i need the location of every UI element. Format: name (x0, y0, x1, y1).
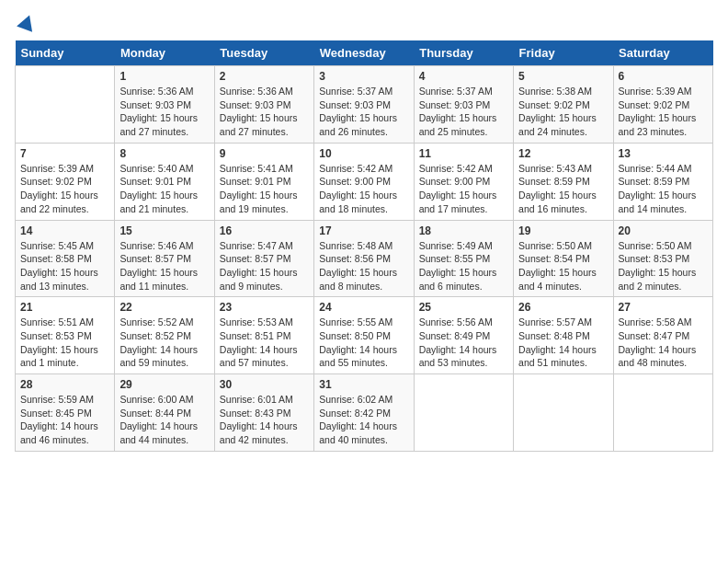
day-number: 20 (619, 224, 708, 237)
calendar-cell: 19Sunrise: 5:50 AM Sunset: 8:54 PM Dayli… (514, 220, 613, 297)
calendar-cell: 13Sunrise: 5:44 AM Sunset: 8:59 PM Dayli… (613, 143, 712, 220)
day-number: 6 (619, 70, 708, 83)
day-info: Sunrise: 5:38 AM Sunset: 9:02 PM Dayligh… (518, 85, 608, 139)
day-info: Sunrise: 6:02 AM Sunset: 8:42 PM Dayligh… (319, 393, 408, 447)
day-header-sunday: Sunday (16, 40, 115, 66)
calendar-cell: 29Sunrise: 6:00 AM Sunset: 8:44 PM Dayli… (115, 374, 214, 452)
day-number: 29 (119, 378, 209, 391)
day-number: 26 (518, 301, 608, 314)
calendar-cell: 3Sunrise: 5:37 AM Sunset: 9:03 PM Daylig… (314, 66, 414, 144)
day-number: 9 (220, 147, 309, 160)
day-info: Sunrise: 5:52 AM Sunset: 8:52 PM Dayligh… (119, 316, 209, 370)
week-row-3: 14Sunrise: 5:45 AM Sunset: 8:58 PM Dayli… (16, 220, 713, 297)
calendar-cell: 15Sunrise: 5:46 AM Sunset: 8:57 PM Dayli… (115, 220, 214, 297)
day-header-tuesday: Tuesday (214, 40, 313, 66)
day-info: Sunrise: 5:42 AM Sunset: 9:00 PM Dayligh… (319, 162, 408, 216)
day-number: 14 (20, 224, 109, 237)
header-row: SundayMondayTuesdayWednesdayThursdayFrid… (16, 40, 713, 66)
calendar-cell: 25Sunrise: 5:56 AM Sunset: 8:49 PM Dayli… (414, 297, 513, 374)
day-info: Sunrise: 5:40 AM Sunset: 9:01 PM Dayligh… (119, 162, 209, 216)
day-number: 3 (319, 70, 408, 83)
calendar-cell: 18Sunrise: 5:49 AM Sunset: 8:55 PM Dayli… (414, 220, 513, 297)
day-info: Sunrise: 5:53 AM Sunset: 8:51 PM Dayligh… (220, 316, 309, 370)
day-info: Sunrise: 5:46 AM Sunset: 8:57 PM Dayligh… (119, 239, 209, 293)
day-info: Sunrise: 5:41 AM Sunset: 9:01 PM Dayligh… (220, 162, 309, 216)
week-row-4: 21Sunrise: 5:51 AM Sunset: 8:53 PM Dayli… (16, 297, 713, 374)
day-number: 30 (220, 378, 309, 391)
day-number: 7 (20, 147, 109, 160)
day-number: 15 (119, 224, 209, 237)
calendar-cell: 16Sunrise: 5:47 AM Sunset: 8:57 PM Dayli… (214, 220, 313, 297)
day-info: Sunrise: 6:01 AM Sunset: 8:43 PM Dayligh… (220, 393, 309, 447)
day-header-monday: Monday (115, 40, 214, 66)
day-number: 25 (419, 301, 508, 314)
calendar-cell: 11Sunrise: 5:42 AM Sunset: 9:00 PM Dayli… (414, 143, 513, 220)
logo-icon (17, 13, 37, 33)
calendar-cell: 23Sunrise: 5:53 AM Sunset: 8:51 PM Dayli… (214, 297, 313, 374)
svg-marker-0 (17, 13, 37, 32)
day-number: 1 (119, 70, 209, 83)
day-header-wednesday: Wednesday (314, 40, 414, 66)
calendar-cell (613, 374, 712, 452)
calendar-cell: 12Sunrise: 5:43 AM Sunset: 8:59 PM Dayli… (514, 143, 613, 220)
day-number: 2 (220, 70, 309, 83)
calendar-cell: 14Sunrise: 5:45 AM Sunset: 8:58 PM Dayli… (16, 220, 115, 297)
calendar-cell: 28Sunrise: 5:59 AM Sunset: 8:45 PM Dayli… (16, 374, 115, 452)
day-number: 28 (20, 378, 109, 391)
day-info: Sunrise: 5:56 AM Sunset: 8:49 PM Dayligh… (419, 316, 508, 370)
day-info: Sunrise: 5:43 AM Sunset: 8:59 PM Dayligh… (518, 162, 608, 216)
calendar-cell: 2Sunrise: 5:36 AM Sunset: 9:03 PM Daylig… (214, 66, 313, 144)
calendar-cell (16, 66, 115, 144)
calendar-cell: 21Sunrise: 5:51 AM Sunset: 8:53 PM Dayli… (16, 297, 115, 374)
day-info: Sunrise: 5:39 AM Sunset: 9:02 PM Dayligh… (619, 85, 708, 139)
calendar-cell: 10Sunrise: 5:42 AM Sunset: 9:00 PM Dayli… (314, 143, 414, 220)
calendar-cell: 7Sunrise: 5:39 AM Sunset: 9:02 PM Daylig… (16, 143, 115, 220)
calendar-cell: 27Sunrise: 5:58 AM Sunset: 8:47 PM Dayli… (613, 297, 712, 374)
day-number: 4 (419, 70, 508, 83)
day-info: Sunrise: 5:48 AM Sunset: 8:56 PM Dayligh… (319, 239, 408, 293)
calendar-cell: 26Sunrise: 5:57 AM Sunset: 8:48 PM Dayli… (514, 297, 613, 374)
calendar-cell: 8Sunrise: 5:40 AM Sunset: 9:01 PM Daylig… (115, 143, 214, 220)
calendar-cell: 17Sunrise: 5:48 AM Sunset: 8:56 PM Dayli… (314, 220, 414, 297)
calendar-cell: 22Sunrise: 5:52 AM Sunset: 8:52 PM Dayli… (115, 297, 214, 374)
day-number: 31 (319, 378, 408, 391)
day-info: Sunrise: 5:36 AM Sunset: 9:03 PM Dayligh… (119, 85, 209, 139)
calendar-cell: 31Sunrise: 6:02 AM Sunset: 8:42 PM Dayli… (314, 374, 414, 452)
week-row-2: 7Sunrise: 5:39 AM Sunset: 9:02 PM Daylig… (16, 143, 713, 220)
day-header-saturday: Saturday (613, 40, 712, 66)
day-number: 27 (619, 301, 708, 314)
calendar-cell (514, 374, 613, 452)
day-number: 16 (220, 224, 309, 237)
day-number: 8 (119, 147, 209, 160)
day-number: 12 (518, 147, 608, 160)
day-number: 23 (220, 301, 309, 314)
day-info: Sunrise: 5:49 AM Sunset: 8:55 PM Dayligh… (419, 239, 508, 293)
day-info: Sunrise: 5:50 AM Sunset: 8:54 PM Dayligh… (518, 239, 608, 293)
calendar-cell: 6Sunrise: 5:39 AM Sunset: 9:02 PM Daylig… (613, 66, 712, 144)
day-number: 10 (319, 147, 408, 160)
day-info: Sunrise: 5:57 AM Sunset: 8:48 PM Dayligh… (518, 316, 608, 370)
week-row-5: 28Sunrise: 5:59 AM Sunset: 8:45 PM Dayli… (16, 374, 713, 452)
day-number: 24 (319, 301, 408, 314)
calendar-cell: 4Sunrise: 5:37 AM Sunset: 9:03 PM Daylig… (414, 66, 513, 144)
day-info: Sunrise: 5:37 AM Sunset: 9:03 PM Dayligh… (419, 85, 508, 139)
calendar-cell: 9Sunrise: 5:41 AM Sunset: 9:01 PM Daylig… (214, 143, 313, 220)
day-info: Sunrise: 5:45 AM Sunset: 8:58 PM Dayligh… (20, 239, 109, 293)
day-number: 19 (518, 224, 608, 237)
day-number: 21 (20, 301, 109, 314)
day-info: Sunrise: 5:51 AM Sunset: 8:53 PM Dayligh… (20, 316, 109, 370)
calendar-cell: 5Sunrise: 5:38 AM Sunset: 9:02 PM Daylig… (514, 66, 613, 144)
day-number: 22 (119, 301, 209, 314)
day-number: 17 (319, 224, 408, 237)
logo (15, 15, 37, 33)
day-info: Sunrise: 5:58 AM Sunset: 8:47 PM Dayligh… (619, 316, 708, 370)
calendar-cell: 20Sunrise: 5:50 AM Sunset: 8:53 PM Dayli… (613, 220, 712, 297)
calendar-cell: 30Sunrise: 6:01 AM Sunset: 8:43 PM Dayli… (214, 374, 313, 452)
day-info: Sunrise: 5:44 AM Sunset: 8:59 PM Dayligh… (619, 162, 708, 216)
calendar-table: SundayMondayTuesdayWednesdayThursdayFrid… (15, 40, 713, 452)
day-info: Sunrise: 5:47 AM Sunset: 8:57 PM Dayligh… (220, 239, 309, 293)
day-info: Sunrise: 5:42 AM Sunset: 9:00 PM Dayligh… (419, 162, 508, 216)
day-number: 18 (419, 224, 508, 237)
day-info: Sunrise: 6:00 AM Sunset: 8:44 PM Dayligh… (119, 393, 209, 447)
day-number: 5 (518, 70, 608, 83)
